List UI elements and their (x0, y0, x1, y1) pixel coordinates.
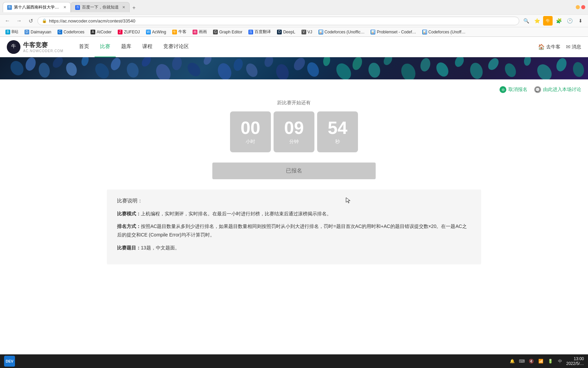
bookmark-daimayuan[interactable]: D Daimayuan (22, 29, 54, 35)
svg-point-2 (8, 59, 26, 78)
history-icon[interactable]: 🕐 (565, 16, 574, 26)
bookmark-cf-unoffic1[interactable]: 📊 Codeforces (Unoffic… (316, 29, 368, 35)
bookmarks-bar: B B站 D Daimayuan C Codeforces A AtCoder … (0, 27, 588, 36)
svg-point-17 (232, 58, 244, 72)
close-button[interactable] (581, 5, 585, 9)
logo-icon: 牛 (7, 40, 20, 54)
bookmark-bzhan[interactable]: B B站 (3, 28, 21, 35)
desc-para-3: 比赛题目：13题，中文题面。 (117, 244, 471, 252)
star-icon[interactable]: ⭐ (532, 16, 542, 26)
goto-niuke-label: 去牛客 (546, 44, 560, 50)
messages-label: 消息 (572, 44, 581, 50)
svg-point-4 (37, 62, 51, 79)
cancel-registration-btn[interactable]: ⊖ 取消报名 (500, 86, 527, 93)
bookmark-problemset[interactable]: 📊 Problemset - Codef… (368, 29, 419, 35)
nav-home[interactable]: 首页 (74, 37, 95, 57)
bookmark-baidu-translate[interactable]: 百 百度翻译 (246, 28, 274, 35)
countdown-minutes: 09 分钟 (274, 111, 314, 152)
countdown-boxes: 00 小时 09 分钟 54 秒 (7, 111, 581, 152)
reload-button[interactable]: ↺ (26, 16, 35, 26)
desc-para-1-text: 上机编程，实时测评，实时排名。在最后一小时进行封榜，比赛结束后通过滚榜揭示排名。 (141, 211, 331, 216)
logo-sub-text: AC.NOWCODER.COM (23, 49, 63, 53)
browser-tab-2[interactable]: 百 百度一下，你就知道 ✕ (71, 2, 130, 12)
minimize-button[interactable] (576, 5, 580, 9)
deepl-favicon: D (277, 30, 282, 34)
goto-niuke-btn[interactable]: 🏠 去牛客 (538, 44, 560, 50)
nav-contest[interactable]: 比赛 (95, 37, 116, 57)
svg-point-8 (92, 61, 112, 79)
baidu-translate-favicon: 百 (248, 30, 253, 34)
svg-point-9 (109, 57, 122, 72)
draw-label: 画画 (199, 29, 207, 35)
countdown-seconds-value: 54 (328, 119, 347, 137)
bookmark-draw[interactable]: 画 画画 (190, 28, 210, 35)
browser-title-bar: 牛 第十八届西南科技大学ACM程序… ✕ 百 百度一下，你就知道 ✕ + (0, 0, 588, 14)
banner (0, 57, 588, 79)
messages-btn[interactable]: ✉ 消息 (566, 44, 581, 50)
svg-point-26 (367, 62, 381, 78)
svg-point-19 (263, 57, 275, 68)
svg-point-15 (202, 57, 213, 66)
atcoder-label: AtCoder (97, 30, 112, 34)
bookmark-atcoder[interactable]: A AtCoder (88, 29, 114, 35)
browser-chrome: 牛 第十八届西南科技大学ACM程序… ✕ 百 百度一下，你就知道 ✕ + ← →… (0, 0, 588, 37)
countdown-hours: 00 小时 (230, 111, 271, 152)
svg-point-23 (322, 57, 331, 66)
svg-point-33 (486, 57, 501, 72)
bookmark-cf-unoffic2[interactable]: 📊 Codeforces (Unoff… (420, 29, 468, 35)
svg-point-20 (274, 63, 290, 79)
register-button: 已报名 (212, 163, 376, 179)
acwing-favicon: W (146, 30, 151, 34)
bookmark-niuke[interactable]: 牛 牛客 (169, 28, 189, 35)
bookmark-acwing[interactable]: W AcWing (143, 29, 169, 35)
bookmark-vj[interactable]: V VJ (299, 29, 315, 35)
nav-problems[interactable]: 题库 (116, 37, 137, 57)
tab-favicon-2: 百 (75, 5, 80, 10)
countdown-hours-value: 00 (241, 119, 260, 137)
browser-toolbar: ← → ↺ 🔒 https://ac.nowcoder.com/acm/cont… (0, 14, 588, 27)
countdown-minutes-value: 09 (284, 119, 304, 137)
enter-discussion-btn[interactable]: 💬 由此进入本场讨论 (534, 86, 581, 93)
svg-point-31 (453, 57, 466, 68)
extension-icon[interactable]: 🧩 (554, 16, 564, 26)
draw-favicon: 画 (193, 30, 197, 34)
svg-point-27 (382, 57, 394, 66)
bzhan-label: B站 (12, 29, 18, 35)
new-tab-button[interactable]: + (130, 3, 138, 12)
svg-point-5 (51, 57, 65, 70)
tab-close-2[interactable]: ✕ (122, 5, 125, 10)
problemset-label: Problemset - Codef… (377, 30, 416, 34)
bookmark-graph-editor[interactable]: G Graph Editor (210, 29, 245, 35)
site-header: 牛 牛客竞赛 AC.NOWCODER.COM 首页 比赛 题库 课程 竞赛讨论区… (0, 37, 588, 57)
logo-main-text: 牛客竞赛 (23, 41, 63, 49)
browser-tab-1[interactable]: 牛 第十八届西南科技大学ACM程序… ✕ (3, 2, 71, 12)
vj-favicon: V (301, 30, 306, 34)
forward-button[interactable]: → (14, 16, 24, 26)
window-controls (576, 5, 585, 9)
download-icon[interactable]: ⬇ (576, 16, 585, 26)
svg-point-6 (64, 61, 79, 77)
countdown-hours-label: 小时 (246, 139, 255, 145)
niuke-label: 牛客 (178, 29, 186, 35)
search-icon[interactable]: 🔍 (521, 16, 531, 26)
address-bar[interactable]: 🔒 https://ac.nowcoder.com/acm/contest/33… (37, 17, 519, 25)
graph-editor-favicon: G (213, 30, 218, 34)
lock-icon: 🔒 (42, 18, 47, 23)
nowcoder-icon[interactable]: 牛 (543, 16, 553, 26)
desc-para-2-text: 按照AC题目数量从多到少进行排名，如果题目数量相同则按照罚时从小到大进行排名，罚… (117, 224, 467, 237)
back-button[interactable]: ← (3, 16, 12, 26)
bookmark-deepl[interactable]: D DeepL (274, 29, 298, 35)
nav-discuss[interactable]: 竞赛讨论区 (158, 37, 194, 57)
vj-label: VJ (308, 30, 312, 34)
header-right: 🏠 去牛客 ✉ 消息 (538, 44, 581, 50)
bookmark-zufeoj[interactable]: Z ZUFEOJ (115, 29, 143, 35)
countdown-minutes-label: 分钟 (289, 139, 299, 145)
svg-point-25 (351, 57, 364, 71)
desc-para-2: 排名方式：按照AC题目数量从多到少进行排名，如果题目数量相同则按照罚时从小到大进… (117, 222, 471, 239)
daimayuan-favicon: D (24, 30, 29, 34)
nav-courses[interactable]: 课程 (137, 37, 158, 57)
bookmark-codeforces[interactable]: C Codeforces (55, 29, 87, 35)
baidu-translate-label: 百度翻译 (255, 29, 271, 35)
tab-close-1[interactable]: ✕ (63, 5, 66, 10)
cf-unoffic1-label: Codeforces (Unoffic… (325, 30, 365, 34)
